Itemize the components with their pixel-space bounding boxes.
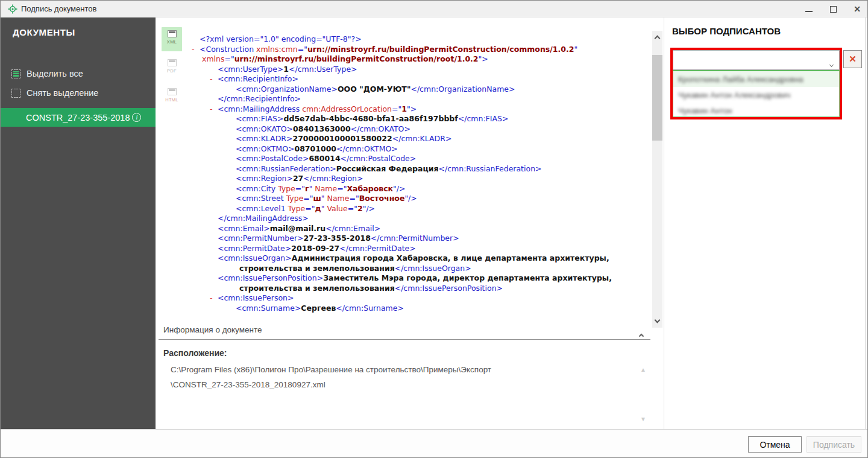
info-scroll-up-icon[interactable]: ▲ (640, 366, 646, 373)
xml-line: <cmn:Region>27</cmn:Region> (184, 174, 648, 184)
documents-sidebar: ДОКУМЕНТЫ Выделить все Снять выделение C… (1, 17, 156, 429)
tab-pdf[interactable]: PDF (162, 56, 182, 80)
location-path-line2: \CONSTR_27-23-355-2018_20180927.xml (171, 380, 326, 389)
xml-line: <cmn:PostalCode>680014</cmn:PostalCode> (184, 154, 648, 164)
signer-option-label: Чукавин Антон (678, 106, 732, 115)
select-all-icon (11, 69, 20, 78)
location-path-line1: C:\Program Files (x86)\Полигон Про\Разре… (171, 365, 491, 374)
xml-line: <cmn:Street Type="ш" Name="Восточное"/> (184, 194, 648, 204)
info-scroll-down-icon[interactable]: ▼ (640, 416, 646, 422)
document-item-selected[interactable]: CONSTR_27-23-355-2018 i (1, 108, 156, 127)
xml-line: <cmn:FIAS>dd5e7dab-4bbc-4680-bfa1-aa86f1… (184, 114, 648, 124)
document-preview-panel: XML PDF HTML <?xml version="1.0" encodin… (156, 17, 664, 429)
xml-line: -<Construction xmlns:cmn="urn://minstroy… (184, 45, 648, 55)
minimize-icon (805, 11, 813, 12)
xml-line: <cmn:IssueOrgan>Администрация города Хаб… (184, 253, 648, 264)
xml-line: <cmn:OrganizationName>ООО "ДОМ-УЮТ"</cmn… (184, 84, 648, 95)
xml-line: </cmn:MailingAddress> (184, 214, 648, 224)
scroll-down-icon[interactable] (652, 316, 662, 326)
xml-line: -<cmn:RecipientInfo> (184, 74, 648, 84)
xml-line: <cmn:KLADR>2700000100001580022</cmn:KLAD… (184, 134, 648, 144)
xml-file-icon (168, 30, 177, 37)
clear-selection-button[interactable]: ✕ (843, 50, 862, 68)
xml-line: <cmn:PermitNumber>27-23-355-2018</cmn:Pe… (184, 234, 648, 244)
deselect-label: Снять выделение (27, 88, 98, 98)
sign-button[interactable]: Подписать (807, 436, 861, 453)
minimize-button[interactable] (805, 5, 813, 13)
footer-bar: Отмена Подписать (1, 429, 867, 458)
signers-dropdown-list: Кропоткина Лайба АлександровнаЧукавин Ан… (673, 70, 840, 117)
xml-line: <cmn:UserType>1</cmn:UserType> (184, 65, 648, 75)
xml-line: -<cmn:MailingAddress cmn:AddressOrLocati… (184, 104, 648, 115)
signers-title: ВЫБОР ПОДПИСАНТОВ (672, 26, 781, 36)
title-bar: Подпись документов ✕ (1, 1, 867, 17)
collapse-minus-icon[interactable]: - (210, 293, 213, 304)
location-label: Расположение: (163, 348, 227, 358)
scrollbar-thumb[interactable] (652, 55, 662, 141)
pdf-file-icon (168, 59, 177, 66)
xml-line: </cmn:RecipientInfo> (184, 94, 648, 104)
signer-option-label: Кропоткина Лайба Александровна (678, 75, 804, 84)
xml-line: <cmn:Level1 Type="д" Value="2"/> (184, 204, 648, 214)
xml-line: <?xml version="1.0" encoding="UTF-8"?> (184, 34, 648, 45)
xml-line: строительства и землепользования</cmn:Is… (184, 264, 648, 274)
app-logo-icon (8, 4, 17, 14)
window-title: Подпись документов (21, 4, 96, 13)
collapse-minus-icon[interactable]: - (210, 104, 213, 115)
chevron-down-icon[interactable] (830, 58, 833, 69)
xml-line: <cmn:Email>mail@mail.ru</cmn:Email> (184, 224, 648, 234)
select-all-label: Выделить все (27, 69, 83, 78)
sidebar-title: ДОКУМЕНТЫ (13, 27, 75, 37)
collapse-minus-icon[interactable]: - (210, 74, 213, 84)
document-label: CONSTR_27-23-355-2018 (26, 113, 130, 122)
maximize-icon (830, 6, 837, 13)
xml-line: <cmn:IssuePersonPosition>Заместитель Мэр… (184, 273, 648, 284)
xml-line: xmlns="urn://minstroyrf.ru/buildingPermi… (184, 54, 648, 65)
xml-scrollbar[interactable] (652, 31, 662, 328)
xml-line: -<cmn:IssuePerson> (184, 293, 648, 304)
xml-code: <?xml version="1.0" encoding="UTF-8"?>-<… (184, 34, 648, 313)
xml-line: <cmn:PermitDate>2018-09-27</cmn:PermitDa… (184, 244, 648, 254)
html-file-icon (168, 88, 177, 95)
document-info-header: Информация о документе (163, 325, 653, 334)
cancel-button[interactable]: Отмена (748, 436, 802, 453)
xml-line: <cmn:OKATO>08401363000</cmn:OKATO> (184, 124, 648, 135)
info-icon[interactable]: i (132, 113, 141, 122)
tab-html[interactable]: HTML (162, 85, 182, 109)
close-button[interactable]: ✕ (853, 5, 861, 13)
xml-line: <cmn:Surname>Сергеев</cmn:Surname> (184, 304, 648, 314)
red-annotation-box: Кропоткина Лайба АлександровнаЧукавин Ан… (670, 48, 842, 119)
separator (159, 339, 650, 340)
signer-option-label: Чукавин Антон Александрович (678, 91, 790, 100)
scroll-up-icon[interactable] (652, 32, 662, 42)
deselect-button[interactable]: Снять выделение (1, 85, 156, 101)
collapse-minus-icon[interactable]: - (192, 45, 195, 55)
signer-option[interactable]: Чукавин Антон Александрович (673, 87, 839, 103)
xml-line: строительства и землепользования</cmn:Is… (184, 284, 648, 294)
tab-xml[interactable]: XML (162, 27, 182, 51)
xml-line: <cmn:City Type="г" Name="Хабаровск"/> (184, 184, 648, 194)
signers-panel: ВЫБОР ПОДПИСАНТОВ Кропоткина Лайба Алекс… (664, 17, 868, 429)
signer-combobox[interactable] (673, 50, 840, 70)
select-all-button[interactable]: Выделить все (1, 66, 156, 81)
signer-option[interactable]: Чукавин Антон (673, 103, 839, 117)
deselect-icon (11, 89, 20, 98)
xml-line: <cmn:RussianFederation>Российская Федера… (184, 164, 648, 174)
panel-scroll-track (865, 17, 866, 429)
xml-line: <cmn:OKTMO>08701000</cmn:OKTMO> (184, 144, 648, 154)
sign-documents-window: Подпись документов ✕ ДОКУМЕНТЫ Выделить … (0, 0, 868, 458)
maximize-button[interactable] (829, 5, 837, 13)
signer-option[interactable]: Кропоткина Лайба Александровна (673, 71, 839, 87)
